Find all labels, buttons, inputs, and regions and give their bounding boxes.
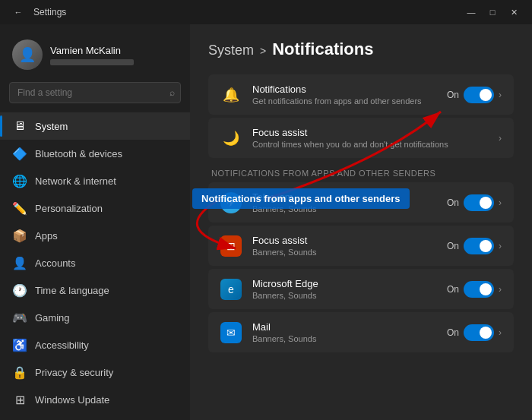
nav-icon-gaming: 🎮 [12, 310, 27, 325]
setting-title-notifications: Notifications [252, 84, 436, 95]
nav-icon-accounts: 👤 [12, 255, 27, 270]
setting-value-microsoft-edge: On [447, 284, 459, 295]
avatar-image: 👤 [12, 39, 43, 70]
chevron-telegram: › [499, 197, 502, 208]
setting-right-focus-assist-app: On › [447, 238, 502, 254]
section-header: Notifications from apps and other sender… [208, 161, 514, 182]
close-button[interactable]: ✕ [505, 5, 523, 20]
setting-icon-notifications: 🔔 [220, 84, 242, 106]
setting-row-mail[interactable]: ✉ Mail Banners, Sounds On › [208, 312, 514, 352]
setting-title-mail: Mail [252, 321, 436, 333]
setting-icon-focus-assist: 🌙 [220, 128, 242, 149]
setting-row-microsoft-edge[interactable]: e Microsoft Edge Banners, Sounds On › [208, 269, 514, 309]
setting-right-focus-assist: › [499, 133, 502, 144]
nav-label-time: Time & language [35, 285, 109, 296]
nav-label-apps: Apps [35, 230, 58, 242]
sidebar-item-apps[interactable]: 📦 Apps [0, 222, 190, 249]
titlebar: ← Settings — □ ✕ [0, 0, 532, 24]
setting-desc-focus-assist-app: Banners, Sounds [252, 248, 436, 257]
titlebar-left: ← Settings [9, 5, 66, 20]
nav-label-accessibility: Accessibility [35, 339, 89, 351]
sidebar-item-accessibility[interactable]: ♿ Accessibility [0, 331, 190, 358]
setting-title-focus-assist: Focus assist [252, 127, 488, 138]
back-button[interactable]: ← [9, 5, 27, 20]
toggle-telegram[interactable] [464, 194, 494, 211]
app-settings: ✈ Telegram Banners, Sounds On › ⊞ Focus … [208, 182, 514, 352]
setting-text-telegram: Telegram Banners, Sounds [252, 191, 436, 213]
user-section: 👤 Vamien McKalin [0, 33, 190, 82]
nav-label-accounts: Accounts [35, 257, 75, 269]
setting-row-focus-assist-app[interactable]: ⊞ Focus assist Banners, Sounds On › [208, 226, 514, 266]
setting-text-notifications: Notifications Get notifications from app… [252, 84, 436, 106]
nav-icon-personalization: ✏️ [12, 201, 27, 216]
sidebar-item-gaming[interactable]: 🎮 Gaming [0, 304, 190, 331]
nav-list: 🖥 System 🔷 Bluetooth & devices 🌐 Network… [0, 112, 190, 413]
nav-icon-windows-update: ⊞ [12, 392, 27, 407]
setting-text-mail: Mail Banners, Sounds [252, 321, 436, 343]
setting-right-notifications: On › [447, 87, 502, 103]
setting-row-focus-assist[interactable]: 🌙 Focus assist Control times when you do… [208, 118, 514, 158]
setting-desc-notifications: Get notifications from apps and other se… [252, 96, 436, 106]
nav-icon-bluetooth: 🔷 [12, 146, 27, 161]
setting-text-focus-assist-app: Focus assist Banners, Sounds [252, 235, 436, 257]
search-input[interactable] [9, 82, 181, 103]
setting-value-mail: On [447, 327, 459, 338]
toggle-microsoft-edge[interactable] [464, 281, 494, 298]
nav-icon-system: 🖥 [12, 118, 27, 134]
nav-icon-time: 🕐 [12, 283, 27, 298]
sidebar-item-network[interactable]: 🌐 Network & internet [0, 167, 190, 194]
setting-desc-mail: Banners, Sounds [252, 334, 436, 343]
setting-right-mail: On › [447, 324, 502, 341]
toggle-notifications[interactable] [464, 87, 494, 103]
nav-icon-apps: 📦 [12, 228, 27, 243]
nav-icon-privacy: 🔒 [12, 365, 27, 380]
app-icon-focus-assist-app: ⊞ [220, 235, 242, 257]
user-email [50, 59, 134, 65]
chevron-focus-assist: › [499, 133, 502, 144]
setting-title-focus-assist-app: Focus assist [252, 235, 436, 246]
chevron-microsoft-edge: › [499, 284, 502, 295]
sidebar-item-bluetooth[interactable]: 🔷 Bluetooth & devices [0, 140, 190, 167]
chevron-focus-assist-app: › [499, 241, 502, 251]
app-container: 👤 Vamien McKalin ⌕ 🖥 System 🔷 Bluetooth … [0, 24, 532, 420]
search-box: ⌕ [9, 82, 181, 103]
sidebar-item-system[interactable]: 🖥 System [0, 112, 190, 140]
titlebar-controls: — □ ✕ [462, 5, 523, 20]
nav-label-windows-update: Windows Update [35, 394, 109, 406]
main-settings: 🔔 Notifications Get notifications from a… [208, 74, 514, 158]
minimize-button[interactable]: — [462, 5, 480, 20]
setting-title-microsoft-edge: Microsoft Edge [252, 278, 436, 289]
toggle-mail[interactable] [464, 324, 494, 341]
nav-label-system: System [35, 121, 68, 132]
nav-icon-accessibility: ♿ [12, 337, 27, 352]
nav-label-personalization: Personalization [35, 203, 103, 214]
sidebar-item-accounts[interactable]: 👤 Accounts [0, 249, 190, 276]
nav-label-privacy: Privacy & security [35, 367, 113, 378]
sidebar-item-time[interactable]: 🕐 Time & language [0, 276, 190, 304]
user-name: Vamien McKalin [50, 45, 134, 56]
sidebar-item-personalization[interactable]: ✏️ Personalization [0, 194, 190, 222]
main-content: System > Notifications 🔔 Notifications G… [190, 24, 532, 420]
titlebar-title: Settings [33, 7, 66, 17]
chevron-notifications: › [499, 90, 502, 100]
maximize-button[interactable]: □ [483, 5, 502, 20]
setting-right-telegram: On › [447, 194, 502, 211]
breadcrumb-arrow: > [260, 45, 266, 57]
setting-row-telegram[interactable]: ✈ Telegram Banners, Sounds On › [208, 182, 514, 223]
page-title: Notifications [272, 39, 373, 59]
setting-row-notifications[interactable]: 🔔 Notifications Get notifications from a… [208, 74, 514, 115]
app-icon-telegram: ✈ [220, 192, 242, 213]
sidebar-item-windows-update[interactable]: ⊞ Windows Update [0, 386, 190, 413]
nav-label-network: Network & internet [35, 175, 116, 187]
setting-title-telegram: Telegram [252, 191, 436, 203]
user-info: Vamien McKalin [50, 45, 134, 65]
setting-value-notifications: On [447, 90, 459, 100]
sidebar-item-privacy[interactable]: 🔒 Privacy & security [0, 358, 190, 386]
nav-label-bluetooth: Bluetooth & devices [35, 148, 122, 159]
chevron-mail: › [499, 327, 502, 338]
setting-text-microsoft-edge: Microsoft Edge Banners, Sounds [252, 278, 436, 300]
search-icon: ⌕ [169, 87, 175, 98]
setting-desc-telegram: Banners, Sounds [252, 204, 436, 213]
setting-desc-microsoft-edge: Banners, Sounds [252, 291, 436, 300]
toggle-focus-assist-app[interactable] [464, 238, 494, 254]
